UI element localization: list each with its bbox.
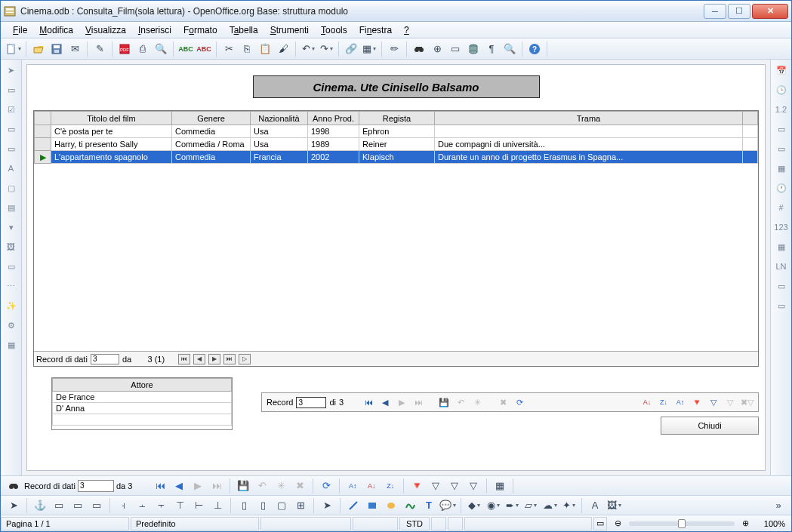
actor-header[interactable]: Attore [53,379,232,392]
bnav-first[interactable]: ⏮ [152,478,168,494]
zoom-button[interactable]: 🔍 [501,41,518,57]
formfilter-icon[interactable]: ✖▽ [740,395,753,409]
bnav-last[interactable]: ⏭ [208,478,225,494]
design-icon[interactable]: ⚙ [4,318,19,333]
menu-modifica[interactable]: Modifica [33,23,79,37]
callout-icon[interactable]: 💬 [439,497,456,514]
bnav-autofilter[interactable]: 🔻 [408,478,425,494]
fromfile-icon[interactable]: 🖼 [606,497,622,514]
numeric-icon[interactable]: # [774,200,789,215]
groupbox-icon[interactable]: ▢ [4,180,19,195]
bnav-refresh[interactable]: ⟳ [318,478,334,494]
text-icon[interactable]: T [421,497,437,514]
zoom-value[interactable]: 100% [757,517,790,530]
wrap2-icon[interactable]: ▭ [69,497,86,514]
pushbutton-icon[interactable]: ▭ [4,82,19,97]
label-icon[interactable]: A [4,161,19,176]
navigator-button[interactable]: ⊕ [429,41,445,57]
status-lang[interactable] [260,517,351,530]
menu-strumenti[interactable]: Strumenti [264,23,315,37]
sort-custom-icon[interactable]: A↕ [673,395,687,409]
list-item[interactable]: De France [53,392,232,403]
bnav-new[interactable]: ✳ [273,478,289,494]
status-view-icon[interactable]: ▭ [593,517,607,530]
col-regista[interactable]: Regista [359,112,435,125]
menu-tabella[interactable]: Tabella [223,23,264,37]
redo-button[interactable]: ↷ [318,41,334,57]
nav-current-input[interactable] [91,354,119,364]
navctrl-icon[interactable]: LN [774,259,789,274]
col-nazionalita[interactable]: Nazionalità [251,112,308,125]
paste-button[interactable]: 📋 [257,41,273,57]
bnav-undo[interactable]: ↶ [254,478,270,494]
find-icon[interactable] [5,478,22,494]
table-row[interactable]: Harry, ti presento SallyCommedia / RomaU… [35,138,758,151]
bnav-save[interactable]: 💾 [235,478,251,494]
bnav-sort-desc[interactable]: Z↓ [382,478,399,494]
open-button[interactable] [30,41,47,57]
status-sig[interactable] [448,517,463,530]
filter-icon[interactable]: ▽ [707,395,720,409]
select-icon[interactable]: ➤ [5,497,22,514]
ellipse-icon[interactable] [383,497,399,514]
menu-visualizza[interactable]: Visualizza [79,23,132,37]
brush-button[interactable]: 🖌 [275,41,291,57]
align5-icon[interactable]: ⊢ [190,497,207,514]
edit-button[interactable]: ✎ [91,41,108,57]
status-style[interactable]: Predefinito [131,517,259,530]
align1-icon[interactable]: ⫞ [115,497,131,514]
formatted-icon[interactable]: ▭ [4,141,19,156]
copy-button[interactable]: ⎘ [239,41,255,57]
undo-button[interactable]: ↶ [300,41,316,57]
timefield-icon[interactable]: 🕒 [774,82,789,97]
callouts-icon[interactable]: ☁ [541,497,558,514]
table-row[interactable]: C'è posta per teCommediaUsa1998Ephron [35,125,758,138]
record-input[interactable] [296,397,326,408]
rec-save-button[interactable]: 💾 [437,395,451,409]
save-button[interactable] [48,41,65,57]
table-row-selected[interactable]: ▶ L'appartamento spagnoloCommediaFrancia… [35,151,758,164]
bnav-applyfilter[interactable]: ▽ [427,478,444,494]
arrows-icon[interactable]: ➨ [504,497,520,514]
align2-icon[interactable]: ⫠ [134,497,150,514]
clock-icon[interactable]: 🕐 [774,180,789,195]
help-button[interactable]: ? [526,41,543,57]
status-mode[interactable]: STD [399,517,430,530]
bnav-sort[interactable]: A↕ [344,478,361,494]
status-insert[interactable] [353,517,398,530]
cut-button[interactable]: ✂ [220,41,237,57]
border-icon[interactable]: ▢ [273,497,290,514]
combobox-icon[interactable]: ▾ [4,220,19,235]
bottom-nav-input[interactable] [78,480,114,492]
new-doc-button[interactable] [5,41,22,57]
imagebtn-icon[interactable]: 🖼 [4,239,19,254]
bnav-sort-asc[interactable]: A↓ [363,478,380,494]
wizard-icon[interactable]: ✨ [4,298,19,313]
autospell-button[interactable]: ABC [196,41,212,57]
rec-refresh-button[interactable]: ⟳ [513,395,526,409]
align3-icon[interactable]: ⫟ [153,497,169,514]
rec-prev-button[interactable]: ◀ [378,395,392,409]
spellcheck-button[interactable]: ABC [177,41,194,57]
rec-first-button[interactable]: ⏮ [362,395,375,409]
stars-icon[interactable]: ✦ [560,497,577,514]
menu-file[interactable]: File [7,23,33,37]
menu-finestra[interactable]: Finestra [353,23,398,37]
menu-help[interactable]: ? [398,23,415,37]
currency-icon[interactable]: ▭ [774,121,789,137]
align4-icon[interactable]: ⊤ [171,497,188,514]
front-icon[interactable]: ▯ [236,497,252,514]
sort-asc-icon[interactable]: A↓ [640,395,654,409]
groupctrl-icon[interactable]: ▦ [774,239,789,254]
fontwork-icon[interactable]: A [587,497,603,514]
mail-button[interactable]: ✉ [66,41,83,57]
align6-icon[interactable]: ⊥ [209,497,226,514]
bnav-formfilter[interactable]: ▽ [446,478,463,494]
zoom-out-button[interactable]: ⊖ [612,518,624,528]
more-icon[interactable]: ⋯ [4,278,19,294]
draw-button[interactable]: ✏ [386,41,402,57]
checkbox-icon[interactable]: ☑ [4,102,19,117]
datasources-button[interactable] [465,41,482,57]
shapes1-icon[interactable]: ◆ [466,497,482,514]
count-icon[interactable]: 123 [774,220,789,235]
